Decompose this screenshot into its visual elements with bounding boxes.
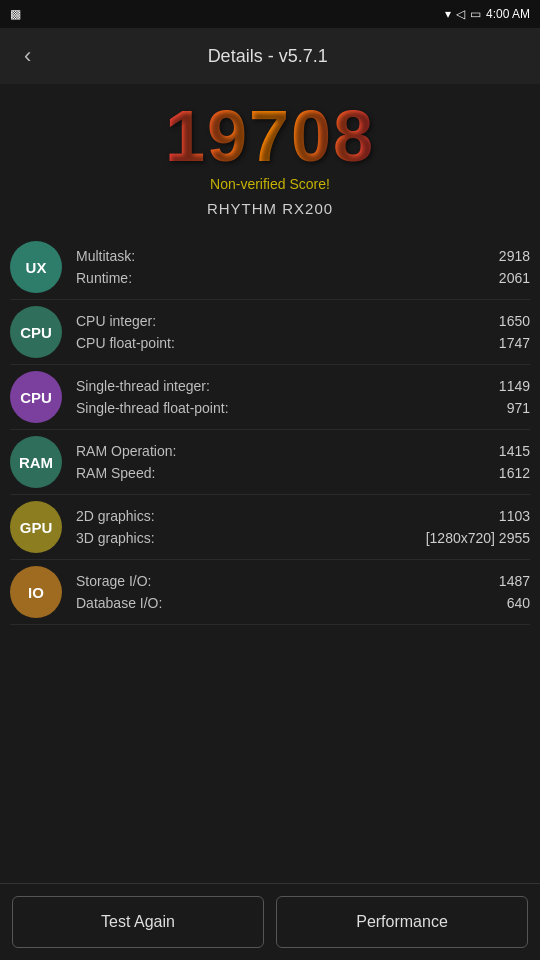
score-area: 19708 Non-verified Score! RHYTHM RX200 <box>0 84 540 227</box>
metric-details-5: Storage I/O:1487Database I/O:640 <box>76 570 530 614</box>
metric-label-2-1: Single-thread float-point: <box>76 400 229 416</box>
metric-row-2: CPUSingle-thread integer:1149Single-thre… <box>10 365 530 430</box>
metric-value-2-0: 1149 <box>499 378 530 394</box>
metric-details-1: CPU integer:1650CPU float-point:1747 <box>76 310 530 354</box>
metric-details-2: Single-thread integer:1149Single-thread … <box>76 375 530 419</box>
metric-line-0-0: Multitask:2918 <box>76 245 530 267</box>
metric-value-4-0: 1103 <box>499 508 530 524</box>
metric-icon-1: CPU <box>10 306 62 358</box>
metric-label-2-0: Single-thread integer: <box>76 378 210 394</box>
metric-line-2-0: Single-thread integer:1149 <box>76 375 530 397</box>
metric-line-5-1: Database I/O:640 <box>76 592 530 614</box>
metric-row-5: IOStorage I/O:1487Database I/O:640 <box>10 560 530 625</box>
battery-icon: ▭ <box>470 7 481 21</box>
metric-icon-2: CPU <box>10 371 62 423</box>
bottom-buttons: Test Again Performance <box>0 883 540 960</box>
metric-label-3-0: RAM Operation: <box>76 443 176 459</box>
non-verified-label: Non-verified Score! <box>210 176 330 192</box>
header-title: Details - v5.7.1 <box>51 46 484 67</box>
metric-label-5-1: Database I/O: <box>76 595 162 611</box>
metric-label-1-0: CPU integer: <box>76 313 156 329</box>
metric-value-4-1: [1280x720] 2955 <box>426 530 530 546</box>
status-bar: ▩ ▾ ◁ ▭ 4:00 AM <box>0 0 540 28</box>
metrics-list: UXMultitask:2918Runtime:2061CPUCPU integ… <box>0 227 540 633</box>
metric-label-5-0: Storage I/O: <box>76 573 151 589</box>
metric-line-1-1: CPU float-point:1747 <box>76 332 530 354</box>
metric-row-1: CPUCPU integer:1650CPU float-point:1747 <box>10 300 530 365</box>
metric-row-4: GPU2D graphics:11033D graphics:[1280x720… <box>10 495 530 560</box>
metric-value-0-1: 2061 <box>499 270 530 286</box>
metric-line-1-0: CPU integer:1650 <box>76 310 530 332</box>
metric-details-4: 2D graphics:11033D graphics:[1280x720] 2… <box>76 505 530 549</box>
metric-label-1-1: CPU float-point: <box>76 335 175 351</box>
metric-line-4-1: 3D graphics:[1280x720] 2955 <box>76 527 530 549</box>
metric-row-0: UXMultitask:2918Runtime:2061 <box>10 235 530 300</box>
metric-value-5-0: 1487 <box>499 573 530 589</box>
metric-row-3: RAMRAM Operation:1415RAM Speed:1612 <box>10 430 530 495</box>
metric-value-1-0: 1650 <box>499 313 530 329</box>
metric-label-0-0: Multitask: <box>76 248 135 264</box>
back-button[interactable]: ‹ <box>16 39 39 73</box>
metric-line-0-1: Runtime:2061 <box>76 267 530 289</box>
metric-icon-3: RAM <box>10 436 62 488</box>
metric-label-3-1: RAM Speed: <box>76 465 155 481</box>
device-name: RHYTHM RX200 <box>207 200 333 217</box>
metric-value-0-0: 2918 <box>499 248 530 264</box>
metric-line-3-0: RAM Operation:1415 <box>76 440 530 462</box>
metric-line-4-0: 2D graphics:1103 <box>76 505 530 527</box>
metric-line-5-0: Storage I/O:1487 <box>76 570 530 592</box>
metric-icon-4: GPU <box>10 501 62 553</box>
performance-button[interactable]: Performance <box>276 896 528 948</box>
test-again-button[interactable]: Test Again <box>12 896 264 948</box>
metric-icon-5: IO <box>10 566 62 618</box>
metric-line-2-1: Single-thread float-point:971 <box>76 397 530 419</box>
metric-line-3-1: RAM Speed:1612 <box>76 462 530 484</box>
metric-value-5-1: 640 <box>507 595 530 611</box>
signal-icon: ◁ <box>456 7 465 21</box>
score-value: 19708 <box>165 100 375 172</box>
metric-details-0: Multitask:2918Runtime:2061 <box>76 245 530 289</box>
metric-label-0-1: Runtime: <box>76 270 132 286</box>
app-header: ‹ Details - v5.7.1 <box>0 28 540 84</box>
metric-label-4-0: 2D graphics: <box>76 508 155 524</box>
metric-value-2-1: 971 <box>507 400 530 416</box>
metric-details-3: RAM Operation:1415RAM Speed:1612 <box>76 440 530 484</box>
metric-icon-0: UX <box>10 241 62 293</box>
metric-label-4-1: 3D graphics: <box>76 530 155 546</box>
status-bar-left: ▩ <box>10 7 21 21</box>
metric-value-3-1: 1612 <box>499 465 530 481</box>
wifi-icon: ▾ <box>445 7 451 21</box>
metric-value-3-0: 1415 <box>499 443 530 459</box>
sd-card-icon: ▩ <box>10 7 21 21</box>
time-display: 4:00 AM <box>486 7 530 21</box>
metric-value-1-1: 1747 <box>499 335 530 351</box>
status-bar-right: ▾ ◁ ▭ 4:00 AM <box>445 7 530 21</box>
